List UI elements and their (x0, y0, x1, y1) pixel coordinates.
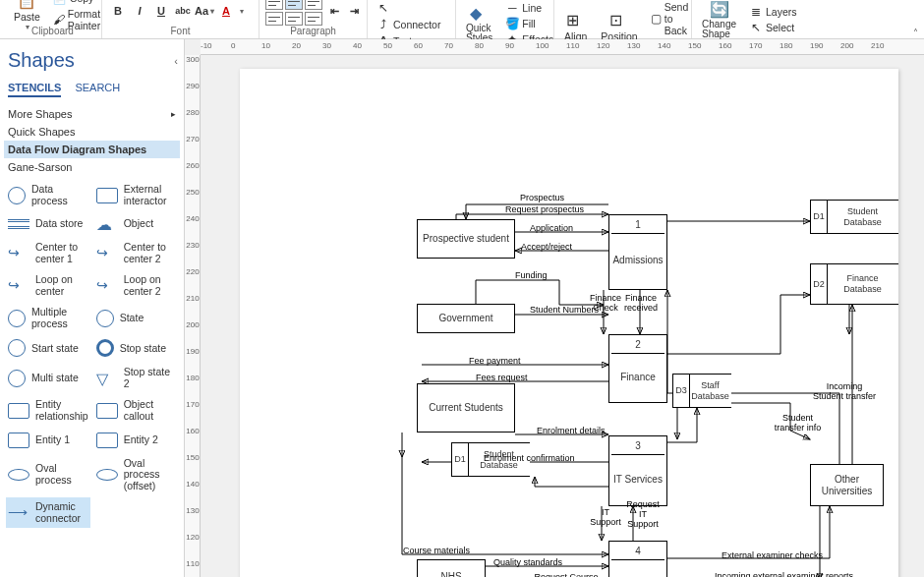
horizontal-ruler: -100102030405060708090100110120130140150… (201, 39, 924, 55)
italic-button[interactable]: I (130, 1, 149, 21)
shape-label: Start state (31, 343, 79, 355)
indent-decrease-button[interactable]: ⇤ (328, 1, 342, 21)
indent-increase-button[interactable]: ⇥ (348, 1, 362, 21)
font-color-button[interactable]: A (216, 1, 236, 21)
align-br[interactable] (305, 12, 322, 26)
shape-entity-2[interactable]: Entity 2 (94, 429, 178, 452)
align-bl[interactable] (265, 12, 283, 26)
align-button[interactable]: ⊞Align (560, 11, 591, 42)
external-other-universities[interactable]: Other Universities (810, 464, 884, 506)
collapse-panel-icon[interactable]: ‹ (174, 55, 178, 67)
datastore-d3-staff[interactable]: Staff Database (672, 374, 731, 408)
shape-label: Entity relationship (35, 399, 88, 422)
line-button[interactable]: ─Line (502, 0, 556, 16)
datastore-d1-student[interactable]: Student Database (810, 200, 898, 234)
shape-loop-on-center-2[interactable]: Loop on center 2 (94, 270, 178, 301)
dfd-shapes-stencil[interactable]: Data Flow Diagram Shapes (4, 141, 180, 158)
datastore-d2-finance[interactable]: Finance Database (810, 263, 898, 305)
shape-label: Object (124, 218, 153, 230)
align-tc[interactable] (285, 0, 303, 10)
shape-multi-state[interactable]: Multi state (6, 363, 90, 393)
external-government[interactable]: Government (417, 304, 515, 333)
external-current-students[interactable]: Current Students (417, 383, 515, 433)
fill-button[interactable]: 🪣Fill (502, 16, 556, 31)
shape-entity-relationship[interactable]: Entity relationship (6, 395, 90, 426)
process-admissions[interactable]: 1Admissions (608, 214, 667, 290)
flow-fee-payment: Fee payment (469, 356, 521, 366)
external-prospective-student[interactable]: Prospective student (417, 219, 515, 259)
align-tl[interactable] (265, 0, 283, 10)
shape-icon (96, 403, 118, 419)
shape-label: Multi state (31, 373, 79, 384)
shape-state[interactable]: State (94, 303, 178, 333)
shape-stop-state[interactable]: Stop state (94, 335, 178, 361)
process-finance[interactable]: 2Finance (608, 334, 667, 403)
shape-external-interactor[interactable]: External interactor (94, 180, 178, 210)
shape-loop-on-center[interactable]: Loop on center (6, 270, 90, 301)
strikethrough-button[interactable]: abc (173, 1, 193, 21)
flow-fees-request: Fees request (476, 373, 528, 382)
shape-icon (96, 433, 118, 448)
shape-icon (8, 403, 29, 419)
bold-button[interactable]: B (108, 1, 128, 21)
collapse-ribbon-icon[interactable]: ˄ (913, 28, 918, 38)
shape-data-process[interactable]: Data process (6, 180, 90, 210)
copy-button[interactable]: 📄Copy (50, 0, 105, 6)
shapes-panel: Shapes ‹ STENCILS SEARCH More Shapes▸ Qu… (0, 39, 185, 577)
shape-icon (8, 246, 29, 261)
shape-object[interactable]: Object (94, 212, 178, 236)
process-faculties[interactable]: 4Faculties (608, 541, 667, 577)
shape-data-store[interactable]: Data store (6, 212, 90, 236)
shape-icon (8, 187, 26, 204)
shape-oval-process[interactable]: Oval process (6, 454, 90, 496)
shape-label: State (120, 313, 144, 324)
shape-start-state[interactable]: Start state (6, 335, 90, 361)
flow-accept-reject: Accept/reject (521, 242, 572, 252)
select-button[interactable]: ↖Select (746, 20, 800, 35)
flow-prospectus: Prospectus (520, 193, 564, 202)
shape-label: Loop on center (35, 274, 88, 297)
shape-icon (8, 219, 29, 229)
quick-shapes-item[interactable]: Quick Shapes (4, 123, 180, 141)
layers-button[interactable]: ≣Layers (746, 4, 800, 20)
shape-icon (96, 246, 118, 261)
more-shapes-item[interactable]: More Shapes▸ (4, 105, 180, 123)
process-it-services[interactable]: 3IT Services (608, 435, 667, 506)
shape-icon (8, 339, 26, 357)
quick-styles-button[interactable]: ◆Quick Styles (462, 4, 496, 43)
shape-label: Center to center 1 (35, 242, 88, 264)
shape-oval-process-(offset)[interactable]: Oval process (offset) (94, 454, 178, 496)
shape-label: Oval process (35, 463, 88, 486)
flow-it-support: IT Support (589, 507, 622, 527)
ribbon: 📋 Paste▾ 📄Copy 🖌Format Painter Clipboard… (0, 0, 924, 39)
connector-tool-button[interactable]: ⤴Connector (374, 17, 443, 32)
gane-sarson-stencil[interactable]: Gane-Sarson (4, 158, 180, 176)
shape-center-to-center-2[interactable]: Center to center 2 (94, 238, 178, 268)
shape-entity-1[interactable]: Entity 1 (6, 429, 90, 452)
shape-icon (96, 188, 118, 203)
shape-label: Data store (35, 218, 83, 230)
search-tab[interactable]: SEARCH (75, 82, 120, 97)
font-size-button[interactable]: Aa▾ (195, 1, 214, 21)
shape-multiple-process[interactable]: Multiple process (6, 303, 90, 333)
pointer-tool-button[interactable]: ↖ (374, 0, 393, 16)
underline-button[interactable]: U (151, 1, 171, 21)
change-shape-button[interactable]: 🔄Change Shape (698, 0, 740, 39)
flow-enrolment-details: Enrolment details (537, 426, 606, 435)
drawing-page[interactable]: Prospective student Government Current S… (240, 69, 898, 577)
position-button[interactable]: ⊡Position (597, 11, 641, 42)
stencils-tab[interactable]: STENCILS (8, 82, 61, 97)
flow-funding: Funding (515, 270, 548, 280)
shape-label: Data process (31, 184, 88, 206)
shape-object-callout[interactable]: Object callout (94, 395, 178, 426)
align-bc[interactable] (285, 12, 303, 26)
shape-center-to-center-1[interactable]: Center to center 1 (6, 238, 90, 268)
shape-label: Object callout (124, 399, 176, 422)
external-nhs[interactable]: NHS (417, 559, 486, 577)
shape-dynamic-connector[interactable]: Dynamic connector (6, 497, 90, 528)
shape-icon (96, 371, 118, 386)
shape-icon (8, 278, 29, 294)
align-tr[interactable] (305, 0, 322, 10)
shape-stop-state-2[interactable]: Stop state 2 (94, 363, 178, 393)
data-flow-diagram: Prospective student Government Current S… (309, 108, 889, 577)
